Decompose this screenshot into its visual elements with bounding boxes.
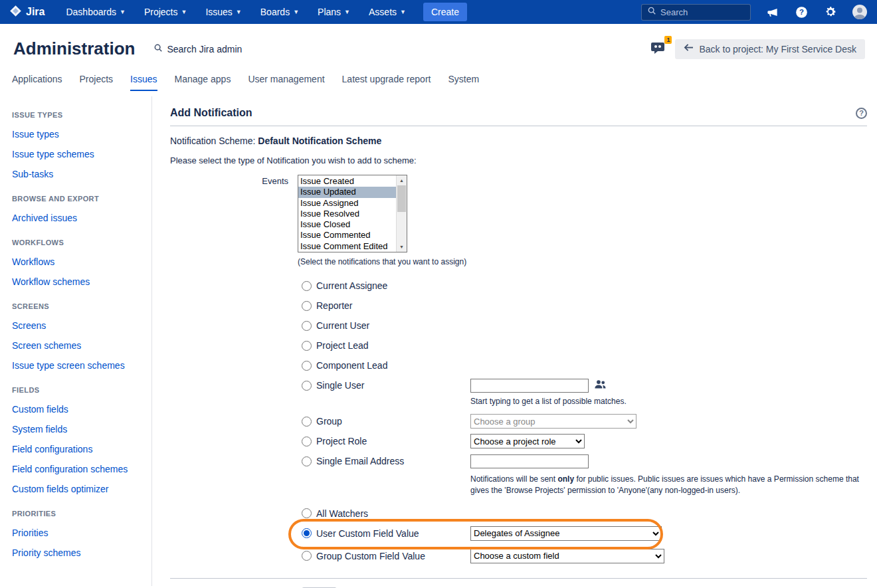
feedback-icon[interactable]: 1 xyxy=(650,40,667,58)
user-custom-field-select[interactable]: Delegates of Assignee xyxy=(470,526,662,541)
sidebar-item-custom-fields[interactable]: Custom fields xyxy=(12,399,144,419)
option-row-group-custom-field: Group Custom Field Value Choose a custom… xyxy=(302,546,867,566)
sidebar-item-field-configuration-schemes[interactable]: Field configuration schemes xyxy=(12,459,144,479)
radio-reporter[interactable] xyxy=(302,301,312,311)
tab-latest-upgrade-report[interactable]: Latest upgrade report xyxy=(342,71,431,90)
search-icon xyxy=(647,6,656,18)
listbox-scrollbar[interactable]: ▲ ▼ xyxy=(396,175,407,252)
admin-search[interactable]: Search Jira admin xyxy=(153,43,242,54)
section-workflows: WORKFLOWS xyxy=(12,239,144,246)
section-fields: FIELDS xyxy=(12,386,144,394)
people-icon[interactable] xyxy=(594,379,607,393)
nav-plans[interactable]: Plans▼ xyxy=(311,0,357,24)
tab-system[interactable]: System xyxy=(448,71,479,90)
radio-group[interactable] xyxy=(302,417,312,427)
back-arrow-icon xyxy=(684,44,694,54)
page-title: Administration xyxy=(13,39,135,59)
scheme-name: Default Notification Scheme xyxy=(258,136,381,146)
radio-group-custom-field[interactable] xyxy=(302,551,312,561)
option-label[interactable]: Reporter xyxy=(316,300,470,311)
option-row-current-user: Current User xyxy=(302,316,867,336)
megaphone-icon[interactable] xyxy=(764,4,780,20)
create-button[interactable]: Create xyxy=(423,3,467,21)
event-option[interactable]: Issue Commented xyxy=(298,230,396,241)
events-listbox[interactable]: Issue Created Issue Updated Issue Assign… xyxy=(298,175,407,252)
help-icon[interactable]: ? xyxy=(793,4,809,20)
nav-dashboards[interactable]: Dashboards▼ xyxy=(59,0,132,24)
gear-icon[interactable] xyxy=(823,4,838,20)
global-search[interactable] xyxy=(641,4,751,21)
radio-project-role[interactable] xyxy=(302,437,312,446)
jira-home-link[interactable]: Jira xyxy=(9,5,45,20)
event-option[interactable]: Issue Assigned xyxy=(298,198,396,209)
tab-projects[interactable]: Projects xyxy=(80,71,114,90)
radio-current-user[interactable] xyxy=(302,321,312,331)
help-circle-icon[interactable]: ? xyxy=(856,108,867,119)
event-option[interactable]: Issue Created xyxy=(298,176,396,187)
sidebar-item-screen-schemes[interactable]: Screen schemes xyxy=(12,336,144,355)
radio-project-lead[interactable] xyxy=(302,341,312,351)
nav-issues[interactable]: Issues▼ xyxy=(199,0,248,24)
sidebar-item-custom-fields-optimizer[interactable]: Custom fields optimizer xyxy=(12,479,144,499)
tab-applications[interactable]: Applications xyxy=(12,71,62,90)
event-option[interactable]: Issue Closed xyxy=(298,219,396,230)
sidebar-item-issue-type-schemes[interactable]: Issue type schemes xyxy=(12,144,144,164)
sidebar: ISSUE TYPES Issue types Issue type schem… xyxy=(0,96,152,586)
scroll-down-icon[interactable]: ▼ xyxy=(397,242,407,252)
tab-user-management[interactable]: User management xyxy=(248,71,324,90)
sidebar-item-archived-issues[interactable]: Archived issues xyxy=(12,208,144,228)
sidebar-item-system-fields[interactable]: System fields xyxy=(12,419,144,439)
option-label[interactable]: Single Email Address xyxy=(316,456,470,466)
sidebar-item-issue-types[interactable]: Issue types xyxy=(12,124,144,144)
tab-manage-apps[interactable]: Manage apps xyxy=(175,71,231,90)
option-label[interactable]: Single User xyxy=(316,380,470,391)
option-label[interactable]: Project Lead xyxy=(316,340,470,351)
sidebar-item-sub-tasks[interactable]: Sub-tasks xyxy=(12,164,144,184)
radio-component-lead[interactable] xyxy=(302,361,312,371)
single-user-input[interactable] xyxy=(470,379,589,393)
sidebar-item-screens[interactable]: Screens xyxy=(12,316,144,336)
option-label[interactable]: Current Assignee xyxy=(316,280,470,291)
radio-current-assignee[interactable] xyxy=(302,281,312,291)
avatar[interactable] xyxy=(852,4,868,20)
group-select[interactable]: Choose a group xyxy=(470,414,636,429)
global-search-input[interactable] xyxy=(660,7,740,17)
radio-single-email[interactable] xyxy=(302,456,312,466)
radio-user-custom-field[interactable] xyxy=(302,528,312,538)
feedback-badge: 1 xyxy=(664,36,672,44)
main-content: Add Notification ? Notification Scheme: … xyxy=(152,96,877,586)
top-navigation: Jira Dashboards▼ Projects▼ Issues▼ Board… xyxy=(0,0,877,24)
back-to-project-button[interactable]: Back to project: My First Service Desk xyxy=(675,39,865,59)
sidebar-item-workflows[interactable]: Workflows xyxy=(12,252,144,272)
chevron-down-icon: ▼ xyxy=(400,9,406,15)
radio-single-user[interactable] xyxy=(302,381,312,391)
chevron-down-icon: ▼ xyxy=(344,9,350,15)
option-label[interactable]: Group xyxy=(316,416,470,427)
event-option-selected[interactable]: Issue Updated xyxy=(298,187,396,197)
project-role-select[interactable]: Choose a project role xyxy=(470,434,585,448)
nav-projects[interactable]: Projects▼ xyxy=(138,0,194,24)
option-label[interactable]: Component Lead xyxy=(316,360,470,371)
scrollbar-thumb[interactable] xyxy=(397,185,406,212)
option-label[interactable]: All Watchers xyxy=(316,508,470,519)
option-row-user-custom-field: User Custom Field Value Delegates of Ass… xyxy=(302,524,867,543)
sidebar-item-workflow-schemes[interactable]: Workflow schemes xyxy=(12,272,144,292)
group-custom-field-select[interactable]: Choose a custom field xyxy=(470,549,664,563)
single-email-input[interactable] xyxy=(470,454,589,468)
sidebar-item-priority-schemes[interactable]: Priority schemes xyxy=(12,543,144,563)
sidebar-item-field-configurations[interactable]: Field configurations xyxy=(12,439,144,459)
event-option[interactable]: Issue Resolved xyxy=(298,209,396,219)
sidebar-item-issue-type-screen-schemes[interactable]: Issue type screen schemes xyxy=(12,355,144,375)
option-label[interactable]: Project Role xyxy=(316,436,470,446)
option-label[interactable]: Group Custom Field Value xyxy=(316,551,470,561)
scroll-up-icon[interactable]: ▲ xyxy=(397,175,407,185)
sidebar-item-priorities[interactable]: Priorities xyxy=(12,523,144,543)
nav-boards[interactable]: Boards▼ xyxy=(254,0,306,24)
nav-assets[interactable]: Assets▼ xyxy=(362,0,413,24)
option-label[interactable]: Current User xyxy=(316,320,470,331)
option-label[interactable]: User Custom Field Value xyxy=(316,528,470,539)
option-row-all-watchers: All Watchers xyxy=(302,504,867,524)
event-option[interactable]: Issue Comment Edited xyxy=(298,241,396,252)
radio-all-watchers[interactable] xyxy=(302,508,312,518)
tab-issues[interactable]: Issues xyxy=(130,71,157,91)
